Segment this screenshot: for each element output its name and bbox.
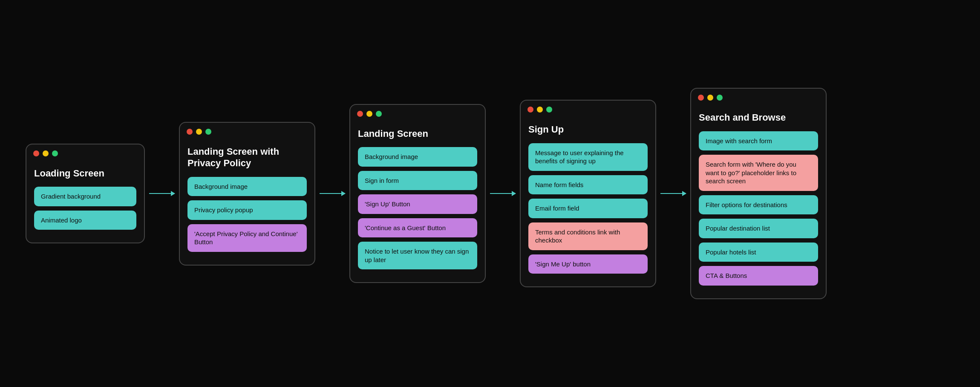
list-item: 'Sign Me Up' button xyxy=(528,254,648,274)
dot-yellow-1 xyxy=(43,150,49,156)
screen-title-1: Loading Screen xyxy=(34,168,136,179)
signup-screen-card: Sign Up Message to user explaining the b… xyxy=(520,100,656,287)
dot-green-4 xyxy=(546,107,552,113)
list-item: Name form fields xyxy=(528,175,648,195)
dot-yellow-2 xyxy=(196,129,202,135)
dot-green-2 xyxy=(205,129,211,135)
list-item: Popular destination list xyxy=(699,219,818,238)
dot-red-5 xyxy=(698,95,704,101)
arrow-1 xyxy=(145,193,179,194)
titlebar-2 xyxy=(180,123,314,139)
arrow-line-3 xyxy=(490,193,516,194)
dot-green-1 xyxy=(52,150,58,156)
dot-red-4 xyxy=(527,107,533,113)
dot-red-3 xyxy=(357,111,363,117)
diagram-container: Loading Screen Gradient background Anima… xyxy=(0,0,980,387)
arrow-line-1 xyxy=(149,193,175,194)
dot-red-2 xyxy=(187,129,193,135)
screen-title-2: Landing Screen with Privacy Policy xyxy=(187,146,307,169)
list-item: Image with search form xyxy=(699,131,818,151)
titlebar-1 xyxy=(26,144,144,161)
screen-body-1: Loading Screen Gradient background Anima… xyxy=(26,161,144,243)
list-item: Search form with 'Where do you want to g… xyxy=(699,155,818,191)
list-item: Sign in form xyxy=(358,171,477,191)
list-item: 'Accept Privacy Policy and Continue' But… xyxy=(187,224,307,252)
screen-title-5: Search and Browse xyxy=(699,112,818,124)
list-item: Email form field xyxy=(528,199,648,218)
arrow-line-4 xyxy=(660,193,686,194)
list-item: Terms and conditions link with checkbox xyxy=(528,222,648,250)
list-item: Popular hotels list xyxy=(699,243,818,262)
list-item: Notice to let user know they can sign up… xyxy=(358,242,477,269)
landing-privacy-screen-card: Landing Screen with Privacy Policy Backg… xyxy=(179,122,315,266)
list-item: Gradient background xyxy=(34,187,136,206)
titlebar-4 xyxy=(521,101,655,117)
titlebar-5 xyxy=(691,89,826,105)
loading-screen-card: Loading Screen Gradient background Anima… xyxy=(26,144,145,244)
dot-yellow-4 xyxy=(537,107,543,113)
search-browse-screen-card: Search and Browse Image with search form… xyxy=(690,88,827,299)
screen-body-2: Landing Screen with Privacy Policy Backg… xyxy=(180,139,314,265)
dot-green-3 xyxy=(376,111,382,117)
list-item: Filter options for destinations xyxy=(699,195,818,215)
list-item: 'Sign Up' Button xyxy=(358,194,477,214)
dot-red-1 xyxy=(33,150,39,156)
titlebar-3 xyxy=(350,105,485,121)
screen-title-4: Sign Up xyxy=(528,124,648,136)
list-item: Background image xyxy=(187,177,307,196)
dot-yellow-5 xyxy=(707,95,713,101)
dot-green-5 xyxy=(717,95,723,101)
list-item: CTA & Buttons xyxy=(699,266,818,286)
screen-body-3: Landing Screen Background image Sign in … xyxy=(350,121,485,283)
list-item: Privacy policy popup xyxy=(187,200,307,220)
list-item: 'Continue as a Guest' Button xyxy=(358,218,477,238)
screen-title-3: Landing Screen xyxy=(358,128,477,140)
arrow-3 xyxy=(486,193,520,194)
arrow-2 xyxy=(315,193,349,194)
arrow-line-2 xyxy=(320,193,345,194)
list-item: Animated logo xyxy=(34,211,136,230)
dot-yellow-3 xyxy=(366,111,372,117)
screen-body-5: Search and Browse Image with search form… xyxy=(691,105,826,298)
landing-screen-card: Landing Screen Background image Sign in … xyxy=(349,104,486,283)
screen-body-4: Sign Up Message to user explaining the b… xyxy=(521,117,655,286)
list-item: Message to user explaining the benefits … xyxy=(528,143,648,171)
list-item: Background image xyxy=(358,147,477,167)
arrow-4 xyxy=(656,193,690,194)
